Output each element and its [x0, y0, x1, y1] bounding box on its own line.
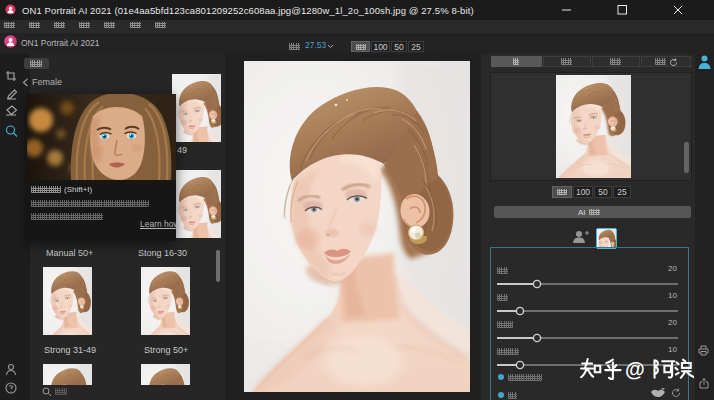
- svg-text:@: @: [625, 358, 645, 380]
